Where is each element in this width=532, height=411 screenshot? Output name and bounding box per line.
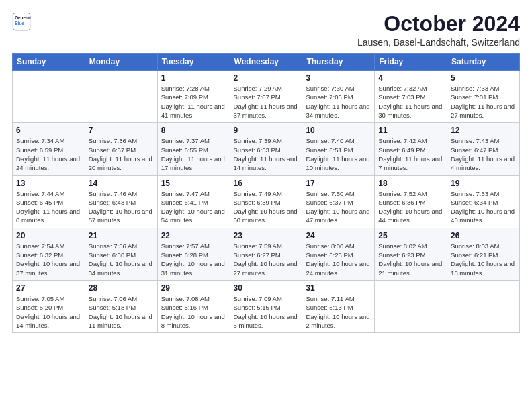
- day-number: 5: [451, 73, 516, 83]
- logo: General Blue: [12, 12, 31, 31]
- day-info: Sunrise: 7:59 AM Sunset: 6:27 PM Dayligh…: [234, 242, 299, 277]
- day-cell: 1Sunrise: 7:28 AM Sunset: 7:09 PM Daylig…: [157, 71, 230, 123]
- day-number: 15: [161, 179, 226, 188]
- day-info: Sunrise: 7:06 AM Sunset: 5:18 PM Dayligh…: [89, 294, 154, 330]
- day-info: Sunrise: 7:40 AM Sunset: 6:51 PM Dayligh…: [306, 136, 371, 172]
- day-number: 1: [161, 73, 226, 83]
- day-info: Sunrise: 8:02 AM Sunset: 6:23 PM Dayligh…: [378, 242, 443, 277]
- day-cell: 10Sunrise: 7:40 AM Sunset: 6:51 PM Dayli…: [302, 123, 375, 175]
- day-info: Sunrise: 7:34 AM Sunset: 6:59 PM Dayligh…: [16, 136, 81, 172]
- day-cell: 5Sunrise: 7:33 AM Sunset: 7:01 PM Daylig…: [447, 71, 520, 123]
- header: General Blue October 2024 Lausen, Basel-…: [12, 12, 520, 48]
- day-cell: 9Sunrise: 7:39 AM Sunset: 6:53 PM Daylig…: [230, 123, 302, 175]
- day-number: 12: [451, 126, 516, 135]
- svg-text:General: General: [15, 15, 31, 20]
- day-cell: 8Sunrise: 7:37 AM Sunset: 6:55 PM Daylig…: [157, 123, 230, 175]
- day-cell: [375, 280, 447, 332]
- day-number: 16: [234, 179, 299, 188]
- day-number: 2: [234, 73, 299, 83]
- logo-icon: General Blue: [12, 12, 31, 31]
- day-cell: 19Sunrise: 7:53 AM Sunset: 6:34 PM Dayli…: [447, 175, 520, 228]
- day-number: 29: [161, 283, 226, 293]
- day-info: Sunrise: 7:28 AM Sunset: 7:09 PM Dayligh…: [161, 84, 226, 120]
- day-cell: 14Sunrise: 7:46 AM Sunset: 6:43 PM Dayli…: [85, 175, 157, 228]
- day-cell: 22Sunrise: 7:57 AM Sunset: 6:28 PM Dayli…: [157, 228, 230, 280]
- location-title: Lausen, Basel-Landschaft, Switzerland: [357, 37, 520, 48]
- day-cell: 12Sunrise: 7:43 AM Sunset: 6:47 PM Dayli…: [447, 123, 520, 175]
- day-info: Sunrise: 7:49 AM Sunset: 6:39 PM Dayligh…: [234, 189, 299, 225]
- day-number: 7: [89, 126, 154, 135]
- day-number: 22: [161, 231, 226, 240]
- day-cell: 21Sunrise: 7:56 AM Sunset: 6:30 PM Dayli…: [85, 228, 157, 280]
- day-number: 24: [306, 231, 371, 240]
- weekday-header-tuesday: Tuesday: [157, 54, 230, 71]
- day-cell: 3Sunrise: 7:30 AM Sunset: 7:05 PM Daylig…: [302, 71, 375, 123]
- day-cell: [447, 280, 520, 332]
- day-cell: 4Sunrise: 7:32 AM Sunset: 7:03 PM Daylig…: [375, 71, 447, 123]
- day-cell: 7Sunrise: 7:36 AM Sunset: 6:57 PM Daylig…: [85, 123, 157, 175]
- calendar: SundayMondayTuesdayWednesdayThursdayFrid…: [12, 53, 520, 333]
- day-info: Sunrise: 7:44 AM Sunset: 6:45 PM Dayligh…: [16, 189, 81, 225]
- day-cell: 2Sunrise: 7:29 AM Sunset: 7:07 PM Daylig…: [230, 71, 302, 123]
- day-info: Sunrise: 7:46 AM Sunset: 6:43 PM Dayligh…: [89, 189, 154, 225]
- day-cell: 11Sunrise: 7:42 AM Sunset: 6:49 PM Dayli…: [375, 123, 447, 175]
- day-number: 20: [16, 231, 81, 240]
- day-number: 6: [16, 126, 81, 135]
- day-number: 25: [378, 231, 443, 240]
- weekday-header-sunday: Sunday: [13, 54, 85, 71]
- day-number: 23: [234, 231, 299, 240]
- day-cell: 28Sunrise: 7:06 AM Sunset: 5:18 PM Dayli…: [85, 280, 157, 332]
- day-cell: 17Sunrise: 7:50 AM Sunset: 6:37 PM Dayli…: [302, 175, 375, 228]
- day-number: 30: [234, 283, 299, 293]
- day-number: 3: [306, 73, 371, 83]
- day-info: Sunrise: 7:32 AM Sunset: 7:03 PM Dayligh…: [378, 84, 443, 120]
- day-cell: 6Sunrise: 7:34 AM Sunset: 6:59 PM Daylig…: [13, 123, 85, 175]
- day-info: Sunrise: 7:47 AM Sunset: 6:41 PM Dayligh…: [161, 189, 226, 225]
- month-title: October 2024: [357, 12, 520, 36]
- day-cell: 15Sunrise: 7:47 AM Sunset: 6:41 PM Dayli…: [157, 175, 230, 228]
- week-row-1: 1Sunrise: 7:28 AM Sunset: 7:09 PM Daylig…: [13, 71, 520, 123]
- weekday-header-monday: Monday: [85, 54, 157, 71]
- weekday-header-thursday: Thursday: [302, 54, 375, 71]
- day-info: Sunrise: 7:05 AM Sunset: 5:20 PM Dayligh…: [16, 294, 81, 330]
- week-row-2: 6Sunrise: 7:34 AM Sunset: 6:59 PM Daylig…: [13, 123, 520, 175]
- day-cell: [13, 71, 85, 123]
- day-number: 27: [16, 283, 81, 293]
- day-info: Sunrise: 7:37 AM Sunset: 6:55 PM Dayligh…: [161, 136, 226, 172]
- day-number: 18: [378, 179, 443, 188]
- page: General Blue October 2024 Lausen, Basel-…: [0, 0, 532, 411]
- day-cell: 26Sunrise: 8:03 AM Sunset: 6:21 PM Dayli…: [447, 228, 520, 280]
- week-row-3: 13Sunrise: 7:44 AM Sunset: 6:45 PM Dayli…: [13, 175, 520, 228]
- day-number: 31: [306, 283, 371, 293]
- day-info: Sunrise: 7:11 AM Sunset: 5:13 PM Dayligh…: [306, 294, 371, 330]
- day-cell: 29Sunrise: 7:08 AM Sunset: 5:16 PM Dayli…: [157, 280, 230, 332]
- day-info: Sunrise: 7:57 AM Sunset: 6:28 PM Dayligh…: [161, 242, 226, 277]
- day-info: Sunrise: 7:36 AM Sunset: 6:57 PM Dayligh…: [89, 136, 154, 172]
- weekday-header-wednesday: Wednesday: [230, 54, 302, 71]
- day-info: Sunrise: 8:00 AM Sunset: 6:25 PM Dayligh…: [306, 242, 371, 277]
- day-info: Sunrise: 8:03 AM Sunset: 6:21 PM Dayligh…: [451, 242, 516, 277]
- day-info: Sunrise: 7:56 AM Sunset: 6:30 PM Dayligh…: [89, 242, 154, 277]
- day-info: Sunrise: 7:42 AM Sunset: 6:49 PM Dayligh…: [378, 136, 443, 172]
- svg-text:Blue: Blue: [15, 21, 24, 26]
- day-info: Sunrise: 7:54 AM Sunset: 6:32 PM Dayligh…: [16, 242, 81, 277]
- day-cell: 18Sunrise: 7:52 AM Sunset: 6:36 PM Dayli…: [375, 175, 447, 228]
- day-cell: 23Sunrise: 7:59 AM Sunset: 6:27 PM Dayli…: [230, 228, 302, 280]
- day-info: Sunrise: 7:33 AM Sunset: 7:01 PM Dayligh…: [451, 84, 516, 120]
- weekday-header-friday: Friday: [375, 54, 447, 71]
- weekday-header-saturday: Saturday: [447, 54, 520, 71]
- day-info: Sunrise: 7:39 AM Sunset: 6:53 PM Dayligh…: [234, 136, 299, 172]
- day-number: 14: [89, 179, 154, 188]
- day-cell: 27Sunrise: 7:05 AM Sunset: 5:20 PM Dayli…: [13, 280, 85, 332]
- day-info: Sunrise: 7:53 AM Sunset: 6:34 PM Dayligh…: [451, 189, 516, 225]
- day-number: 11: [378, 126, 443, 135]
- day-cell: 13Sunrise: 7:44 AM Sunset: 6:45 PM Dayli…: [13, 175, 85, 228]
- day-info: Sunrise: 7:30 AM Sunset: 7:05 PM Dayligh…: [306, 84, 371, 120]
- title-block: October 2024 Lausen, Basel-Landschaft, S…: [357, 12, 520, 48]
- day-number: 28: [89, 283, 154, 293]
- day-number: 19: [451, 179, 516, 188]
- day-cell: 25Sunrise: 8:02 AM Sunset: 6:23 PM Dayli…: [375, 228, 447, 280]
- day-cell: [85, 71, 157, 123]
- day-number: 4: [378, 73, 443, 83]
- weekday-header-row: SundayMondayTuesdayWednesdayThursdayFrid…: [13, 54, 520, 71]
